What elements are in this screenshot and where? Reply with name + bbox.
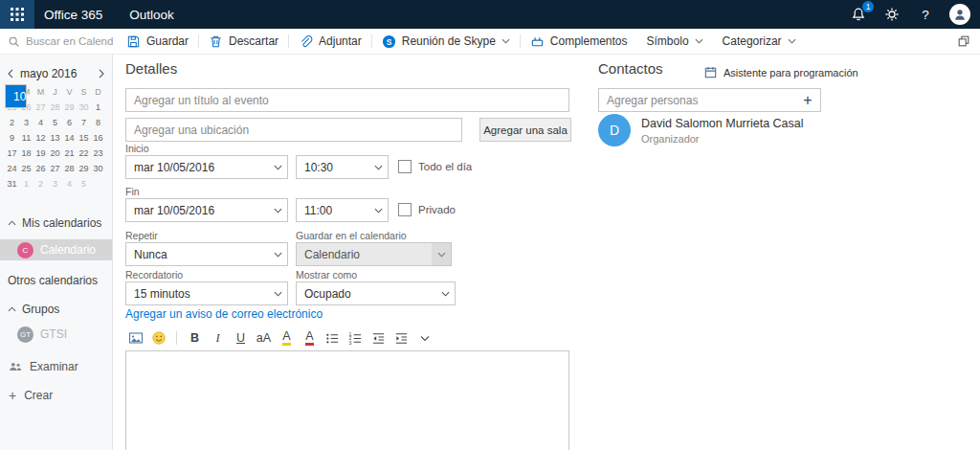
my-calendars-section[interactable]: Mis calendarios [8,216,112,230]
calendar-day[interactable]: 14 [62,130,77,146]
start-date-select[interactable]: mar 10/05/2016 [125,155,288,179]
highlight-button[interactable]: A [277,328,297,348]
calendar-day[interactable]: 28 [48,100,62,115]
brand-office365[interactable]: Office 365 [44,8,102,22]
end-date-select[interactable]: mar 10/05/2016 [125,198,288,222]
bullet-list-button[interactable] [323,328,343,348]
show-as-select[interactable]: Ocupado [296,281,456,305]
underline-button[interactable]: U [231,328,251,348]
next-month-button[interactable] [99,69,104,79]
calendar-day[interactable]: 26 [33,161,48,176]
email-reminder-link[interactable]: Agregar un aviso de correo electrónico [125,307,323,321]
calendar-day[interactable]: 19 [33,146,48,161]
calendar-day[interactable]: 2 [33,176,48,191]
calendar-day[interactable]: 3 [48,176,62,191]
calendar-day[interactable]: 16 [91,130,105,146]
event-body-editor[interactable] [125,350,569,450]
end-time-select[interactable]: 11:00 [296,198,389,222]
calendar-day[interactable]: 17 [5,146,19,161]
settings-button[interactable] [882,5,902,24]
event-title-input[interactable] [125,88,569,112]
create-group-button[interactable]: + Crear [9,389,112,402]
calendar-day[interactable]: 6 [62,115,77,130]
reminder-select[interactable]: 15 minutos [125,281,288,305]
add-room-button[interactable]: Agregar una sala [479,118,571,142]
calendar-day[interactable]: 13 [48,130,62,146]
calendar-day[interactable]: 29 [77,161,91,176]
calendar-day[interactable]: 7 [77,115,91,130]
skype-meeting-button[interactable]: S Reunión de Skype [372,29,520,54]
calendar-day[interactable]: 15 [77,130,91,146]
calendar-day[interactable]: 30 [91,161,105,176]
addins-button[interactable]: Complementos [521,29,637,54]
calendar-day[interactable]: 12 [33,130,48,146]
outdent-button[interactable] [368,328,389,348]
attach-button[interactable]: Adjuntar [289,29,371,54]
indent-button[interactable] [391,328,412,348]
calendar-day[interactable]: 1 [91,100,105,115]
repeat-select[interactable]: Nunca [125,242,288,266]
app-title-outlook[interactable]: Outlook [129,8,174,22]
popout-button[interactable] [957,34,980,48]
numbered-list-button[interactable]: 123 [345,328,366,348]
other-calendars-section[interactable]: Otros calendarios [8,274,112,287]
add-people-input[interactable] [599,89,795,111]
calendar-day[interactable]: 29 [62,100,77,115]
all-day-checkbox[interactable]: Todo el día [398,160,472,173]
add-person-button[interactable]: + [795,92,820,109]
discard-button[interactable]: Descartar [199,29,288,54]
help-button[interactable]: ? [916,5,935,24]
calendar-day[interactable]: 1 [19,176,33,191]
save-button[interactable]: Guardar [117,29,198,54]
save-calendar-value: Calendario [304,248,360,261]
italic-button[interactable]: I [208,328,228,348]
calendar-day[interactable]: 20 [48,146,62,161]
font-size-button[interactable]: aA [254,328,274,348]
calendar-day[interactable]: 10 [5,84,27,108]
scheduling-assistant-link[interactable]: Asistente para programación [703,65,858,79]
account-avatar[interactable] [949,4,970,25]
calendar-day[interactable]: 4 [62,176,77,191]
organizer-row[interactable]: D David Salomon Murrieta Casal Organizad… [598,114,804,146]
calendar-day[interactable]: 28 [62,161,77,176]
calendar-day[interactable]: 27 [48,161,62,176]
notifications-button[interactable]: 1 [849,5,868,24]
browse-groups-button[interactable]: Examinar [9,360,112,373]
groups-section[interactable]: Grupos [8,303,112,316]
calendar-day[interactable]: 24 [5,161,19,176]
app-launcher-button[interactable] [0,0,34,29]
calendar-day[interactable]: 27 [33,100,48,115]
calendar-day[interactable]: 18 [19,146,33,161]
calendar-day[interactable]: 23 [91,146,105,161]
location-input[interactable] [125,118,462,142]
underline-glyph: U [236,331,245,345]
private-checkbox[interactable]: Privado [398,203,456,216]
calendar-day[interactable]: 3 [19,115,33,130]
symbol-button[interactable]: Símbolo [637,29,713,54]
font-color-button[interactable]: A [300,328,320,348]
calendar-day[interactable]: 11 [19,130,33,146]
calendar-day[interactable]: 30 [77,100,91,115]
calendar-day[interactable]: 22 [77,146,91,161]
calendar-day[interactable]: 31 [5,176,19,191]
calendar-day[interactable]: 5 [77,176,91,191]
calendar-day[interactable]: 8 [91,115,105,130]
prev-month-button[interactable] [8,69,13,79]
insert-image-button[interactable] [125,328,145,348]
categorize-button[interactable]: Categorizar [713,29,806,54]
calendar-day[interactable]: 2 [5,115,19,130]
calendar-day[interactable]: 4 [33,115,48,130]
bold-button[interactable]: B [185,328,205,348]
calendar-day[interactable]: 5 [48,115,62,130]
sidebar-item-calendario[interactable]: C Calendario [0,239,112,260]
search-input[interactable]: Buscar en Calendario [0,29,113,54]
start-time-select[interactable]: 10:30 [296,155,389,179]
calendar-day[interactable]: 21 [62,146,77,161]
chevron-down-icon [501,38,510,44]
editor-more-button[interactable] [414,328,434,348]
emoji-button[interactable] [148,328,168,348]
sidebar-item-gtsi-group[interactable]: GT GTSI [0,324,112,345]
calendar-day[interactable]: 9 [5,130,19,146]
symbol-label: Símbolo [647,34,689,48]
calendar-day[interactable]: 25 [19,161,33,176]
